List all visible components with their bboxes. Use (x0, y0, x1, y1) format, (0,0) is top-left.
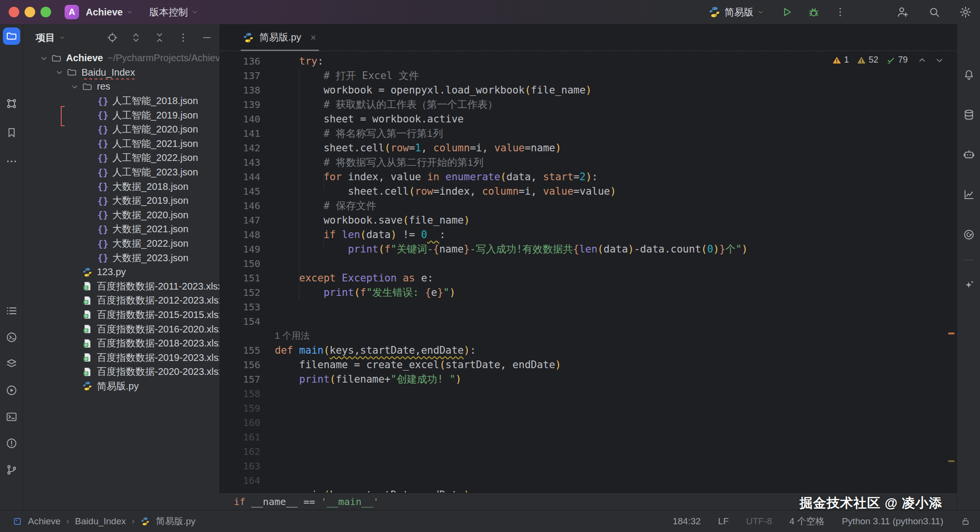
error-stripe-mark[interactable] (948, 460, 954, 462)
line-number[interactable]: 164 (219, 473, 260, 488)
tree-item[interactable]: {}大数据_2022.json (23, 237, 219, 251)
code-line[interactable]: 139 # 获取默认的工作表（第一个工作表） (219, 97, 957, 112)
code-line[interactable]: 143 # 将数据写入从第二行开始的第i列 (219, 155, 957, 170)
code-line[interactable]: 140 sheet = workbook.active (219, 112, 957, 126)
tree-item[interactable]: {}大数据_2019.json (23, 194, 219, 208)
git-branch-icon[interactable] (5, 464, 18, 476)
line-number[interactable]: 163 (219, 459, 260, 473)
run-configuration-selector[interactable]: 简易版 (708, 6, 764, 19)
structure-icon[interactable] (5, 97, 18, 110)
tree-item[interactable]: {}人工智能_2020.json (23, 122, 219, 137)
collapse-all-button[interactable] (154, 32, 165, 43)
code-line[interactable]: 147 workbook.save(file_name) (219, 213, 957, 227)
breadcrumb-project[interactable]: Achieve (28, 516, 61, 527)
terminal-icon[interactable] (5, 411, 18, 423)
code-line[interactable]: 138 workbook = openpyxl.load_workbook(fi… (219, 83, 957, 97)
next-problem-button[interactable] (935, 55, 944, 65)
line-number[interactable]: 161 (219, 430, 260, 444)
line-number[interactable]: 148 (219, 227, 260, 242)
tree-item[interactable]: 123.py (23, 265, 219, 279)
close-tab-icon[interactable] (309, 34, 317, 41)
todo-icon[interactable] (5, 305, 18, 317)
code-line[interactable]: 144 for index, value in enumerate(data, … (219, 170, 957, 184)
line-number[interactable]: 136 (219, 54, 260, 68)
code-line[interactable]: 160 (219, 415, 957, 430)
code-line[interactable]: 141 # 将名称写入第一行第i列 (219, 126, 957, 141)
inspections-widget[interactable]: 1 52 79 (832, 55, 944, 65)
code-line[interactable]: 156 filename = create_excel(startDate, e… (219, 358, 957, 372)
code-with-me-button[interactable] (896, 5, 910, 19)
expand-all-button[interactable] (130, 32, 142, 43)
tree-item[interactable]: {}人工智能_2019.json (23, 108, 219, 122)
zoom-window-button[interactable] (40, 7, 51, 17)
tree-item[interactable]: 百度指数数据-2011-2023.xlsx (23, 279, 219, 294)
chevron-expanded-icon[interactable] (55, 68, 64, 77)
line-number[interactable]: 155 (219, 343, 260, 358)
debug-button[interactable] (807, 6, 820, 18)
line-number[interactable]: 153 (219, 300, 260, 314)
tree-item[interactable]: 简易版.py (23, 379, 219, 394)
line-number[interactable]: 157 (219, 372, 260, 386)
tree-item[interactable]: {}人工智能_2023.json (23, 165, 219, 180)
line-number[interactable]: 137 (219, 68, 260, 83)
line-number[interactable]: 162 (219, 444, 260, 459)
chevron-expanded-icon[interactable] (70, 82, 79, 91)
line-number[interactable]: 138 (219, 83, 260, 97)
tree-item[interactable]: 百度指数数据-2018-2023.xlsx (23, 336, 219, 351)
run-button[interactable] (780, 6, 793, 18)
search-everywhere-button[interactable] (928, 6, 940, 18)
ai-assistant-icon[interactable] (963, 148, 975, 161)
line-number[interactable]: 150 (219, 256, 260, 271)
code-line[interactable]: 163 (219, 459, 957, 473)
tree-item[interactable]: 百度指数数据-2019-2023.xlsx (23, 350, 219, 365)
file-encoding[interactable]: UTF-8 (746, 516, 772, 527)
tree-item[interactable]: res (23, 80, 219, 94)
tree-item[interactable]: 百度指数数据-2012-2023.xlsx (23, 293, 219, 308)
locate-file-button[interactable] (107, 32, 118, 43)
line-number[interactable]: 147 (219, 213, 260, 227)
line-number[interactable]: 140 (219, 112, 260, 126)
code-line[interactable]: 151 except Exception as e: (219, 271, 957, 285)
project-tool-window-button[interactable] (3, 27, 20, 45)
code-line[interactable]: 149 print(f"关键词-{name}-写入成功!有效数据共{len(da… (219, 242, 957, 256)
more-horizontal-icon[interactable] (5, 155, 18, 168)
line-number[interactable]: 144 (219, 170, 260, 184)
tree-item[interactable]: {}大数据_2020.json (23, 208, 219, 223)
line-number[interactable]: 146 (219, 199, 260, 213)
services-icon[interactable] (5, 358, 18, 370)
line-number[interactable]: 159 (219, 401, 260, 415)
code-line[interactable]: 158 (219, 386, 957, 401)
editor-tab[interactable]: 简易版.py (241, 24, 319, 51)
tree-item[interactable]: 百度指数数据-2015-2015.xlsx (23, 308, 219, 322)
bookmarks-icon[interactable] (5, 126, 18, 139)
previous-problem-button[interactable] (917, 55, 927, 65)
line-number[interactable]: 152 (219, 285, 260, 300)
code-line[interactable]: 145 sheet.cell(row=index, column=i, valu… (219, 184, 957, 199)
project-panel-title[interactable]: 项目 (36, 31, 66, 44)
code-line[interactable]: 162 (219, 444, 957, 459)
line-number[interactable]: 158 (219, 386, 260, 401)
notifications-icon[interactable] (963, 68, 975, 81)
tree-item[interactable]: Achieve~/PycharmProjects/Achieve (23, 51, 219, 66)
panel-options-button[interactable] (177, 32, 189, 43)
python-interpreter[interactable]: Python 3.11 (python3.11) (842, 516, 943, 527)
more-actions-button[interactable] (834, 6, 846, 18)
run-icon[interactable] (5, 384, 18, 397)
code-line[interactable]: 154 (219, 314, 957, 329)
code-line[interactable]: 157 print(filename+"创建成功! ") (219, 372, 957, 386)
code-line[interactable]: 142 sheet.cell(row=1, column=i, value=na… (219, 141, 957, 155)
project-menu[interactable]: Achieve (86, 7, 133, 18)
tree-item[interactable]: {}人工智能_2022.json (23, 151, 219, 165)
breadcrumb-folder[interactable]: Baidu_Index (75, 516, 126, 527)
code-line[interactable]: 137 # 打开 Excel 文件 (219, 68, 957, 83)
line-number[interactable]: 154 (219, 314, 260, 329)
code-line[interactable]: 155def main(keys,startDate,endDate): (219, 343, 957, 358)
profiler-icon[interactable] (963, 228, 975, 241)
tab-list-button[interactable] (945, 32, 957, 43)
line-number[interactable]: 145 (219, 184, 260, 199)
code-line[interactable]: 159 (219, 401, 957, 415)
code-line[interactable]: 164 (219, 473, 957, 488)
code-line[interactable]: 161 (219, 430, 957, 444)
line-number[interactable]: 149 (219, 242, 260, 256)
error-stripe-mark[interactable] (948, 332, 954, 334)
